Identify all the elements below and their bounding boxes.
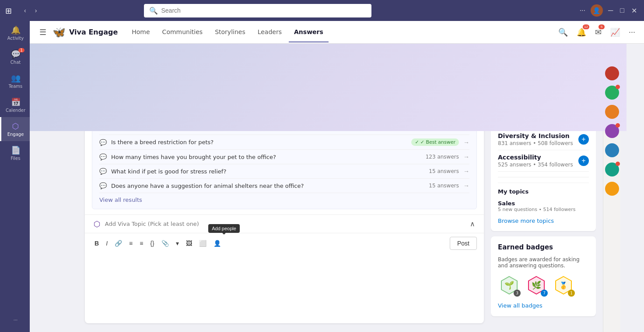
titlebar-more-button[interactable]: ··· <box>578 5 587 16</box>
header-search-button[interactable]: 🔍 <box>556 26 570 39</box>
question-arrow-button[interactable]: → <box>463 182 469 189</box>
rail-more-button[interactable]: ··· <box>0 313 30 327</box>
right-panel-avatar-1[interactable] <box>605 66 619 80</box>
search-icon: 🔍 <box>149 7 158 15</box>
tab-answers[interactable]: Answers <box>289 22 329 42</box>
notifications-badge: 12 <box>583 24 589 29</box>
bold-button[interactable]: B <box>92 238 102 249</box>
titlebar-search-bar: 🔍 <box>144 4 371 17</box>
topic-placeholder-text[interactable]: Add Viva Topic (Pick at least one) <box>105 221 466 227</box>
numbered-list-button[interactable]: ≡ <box>137 238 146 249</box>
header-more-button[interactable]: ··· <box>627 26 637 38</box>
sidebar-item-label: Teams <box>9 84 23 89</box>
question-text: What kind if pet is good for stress reli… <box>111 168 424 175</box>
search-input[interactable] <box>161 7 366 14</box>
topic-name[interactable]: Customer Driven <box>498 111 576 118</box>
header-analytics-button[interactable]: 📈 <box>609 26 622 39</box>
tab-communities[interactable]: Communities <box>157 22 208 42</box>
question-editor-panel: Collapse 20/150 Can I bring my pet to of… <box>85 52 484 323</box>
question-text: Is there a breed restriction for pets? <box>111 139 407 145</box>
trending-topic-accessibility: Accessibility 525 answers • 354 follower… <box>498 150 589 172</box>
sidebar-item-files[interactable]: 📄 Files <box>0 141 30 165</box>
related-question-2[interactable]: 💬 Is there a breed restriction for pets?… <box>99 135 469 150</box>
sidebar-item-engage[interactable]: ⬡ Engage <box>0 117 30 141</box>
editor-toolbar: B I 🔗 ≡ ≡ {} 📎 ▾ 🖼 ⬜ 👤 Add people Post <box>85 233 484 253</box>
editor-title-area[interactable]: Can I bring my pet to office? <box>85 73 484 88</box>
header-mail-button[interactable]: ✉ 5 <box>593 26 603 39</box>
tab-storylines[interactable]: Storylines <box>210 22 251 42</box>
browse-more-topics-link[interactable]: Browse more topics <box>498 218 589 224</box>
sidebar-item-teams[interactable]: 👥 Teams <box>0 69 30 93</box>
char-count: 20/150 <box>85 66 484 73</box>
topic-name[interactable]: Accessibility <box>498 154 573 161</box>
topic-follow-plus-button[interactable]: + <box>578 156 589 166</box>
post-button[interactable]: Post <box>450 237 477 250</box>
view-all-badges-link[interactable]: View all badges <box>498 302 542 309</box>
topic-collapse-button[interactable]: ∧ <box>470 220 475 228</box>
sidebar-item-chat[interactable]: 1 💬 Chat <box>0 45 30 69</box>
trending-topic-customer-driven: Customer Driven 1128 answers • 816 follo… <box>498 107 589 129</box>
svg-text:🥇: 🥇 <box>559 281 568 290</box>
sidebar-item-activity[interactable]: 🔔 Activity <box>0 21 30 45</box>
answer-count: 123 answers <box>426 154 459 160</box>
image-button[interactable]: 🖼 <box>183 238 195 249</box>
sidebar-item-label: Activity <box>7 36 24 41</box>
add-people-button[interactable]: 👤 Add people <box>211 238 224 249</box>
question-arrow-button[interactable]: → <box>463 153 469 160</box>
title-text: Can I bring my pet to office? <box>94 74 233 85</box>
view-all-results-link[interactable]: View all results <box>99 193 142 203</box>
header-notifications-button[interactable]: 🔔 12 <box>575 26 588 39</box>
detail-placeholder[interactable]: Add more detail (Optional) <box>85 88 484 102</box>
related-question-4[interactable]: 💬 What kind if pet is good for stress re… <box>99 164 469 179</box>
link-button[interactable]: 🔗 <box>112 238 125 249</box>
right-panel-avatar-4[interactable] <box>605 124 619 138</box>
app-name: Viva Engage <box>69 28 118 36</box>
right-panel-avatar-6[interactable] <box>605 163 619 176</box>
content-wrapper: Collapse 20/150 Can I bring my pet to of… <box>30 44 644 332</box>
answer-count: 15 answers <box>429 168 459 174</box>
earned-badges-card: Earned badges Badges are awarded for ask… <box>491 236 596 316</box>
tab-home[interactable]: Home <box>126 22 155 42</box>
right-panel-avatar-5[interactable] <box>605 143 619 157</box>
forward-button[interactable]: › <box>32 4 41 17</box>
topic-picker: ⬡ Add Viva Topic (Pick at least one) ∧ <box>85 214 484 233</box>
badge-count-1: 3 <box>514 290 521 297</box>
topic-follow-check-button[interactable]: ✓ <box>578 113 589 123</box>
hide-related-button[interactable]: Hide <box>458 108 469 115</box>
sidebar-item-calendar[interactable]: 📅 Calender <box>0 93 30 117</box>
collapse-button[interactable]: Collapse <box>453 58 477 65</box>
text-cursor <box>236 75 237 84</box>
related-header: Top related questions Hide <box>99 108 469 115</box>
right-panel-avatar-2[interactable] <box>605 86 619 100</box>
question-arrow-button[interactable]: → <box>463 124 469 131</box>
sidebar-item-label: Files <box>11 156 21 161</box>
hamburger-button[interactable]: ☰ <box>37 25 49 40</box>
my-topic-name[interactable]: Sales <box>498 200 589 207</box>
user-avatar[interactable]: 👤 <box>591 4 603 17</box>
back-button[interactable]: ‹ <box>21 4 30 17</box>
related-question-5[interactable]: 💬 Does anyone have a suggestion for anim… <box>99 179 469 193</box>
window-minimize-button[interactable]: ─ <box>606 5 615 16</box>
my-topic-meta: 5 new questions • 514 followers <box>498 207 589 212</box>
topic-follow-plus-button[interactable]: + <box>578 134 589 145</box>
format-button[interactable]: ⬜ <box>196 238 209 249</box>
related-question-3[interactable]: 💬 How many times have you brought your p… <box>99 150 469 164</box>
attachment-button[interactable]: 📎 <box>159 238 172 249</box>
code-button[interactable]: {} <box>147 238 157 249</box>
right-sidebar: Trending topics Customer Driven 1128 ans… <box>491 52 596 323</box>
window-maximize-button[interactable]: □ <box>618 5 626 16</box>
right-panel-avatar-7[interactable] <box>605 182 619 196</box>
tab-leaders[interactable]: Leaders <box>252 22 287 42</box>
right-panel-avatar-3[interactable] <box>605 105 619 119</box>
window-close-button[interactable]: ✕ <box>630 5 639 17</box>
sidebar-item-label: Engage <box>7 132 24 137</box>
attachment-dropdown-button[interactable]: ▾ <box>173 238 182 249</box>
question-arrow-button[interactable]: → <box>463 139 469 146</box>
italic-button[interactable]: I <box>103 238 110 249</box>
chat-badge: 1 <box>18 48 24 52</box>
question-title-input[interactable]: Can I bring my pet to office? <box>94 74 475 85</box>
related-question-1[interactable]: 💬 What is the office pet policy? ✓ ✓ Bes… <box>99 120 469 135</box>
bullet-list-button[interactable]: ≡ <box>126 238 135 249</box>
question-arrow-button[interactable]: → <box>463 168 469 175</box>
topic-name[interactable]: Diversity & Inclusion <box>498 132 573 139</box>
